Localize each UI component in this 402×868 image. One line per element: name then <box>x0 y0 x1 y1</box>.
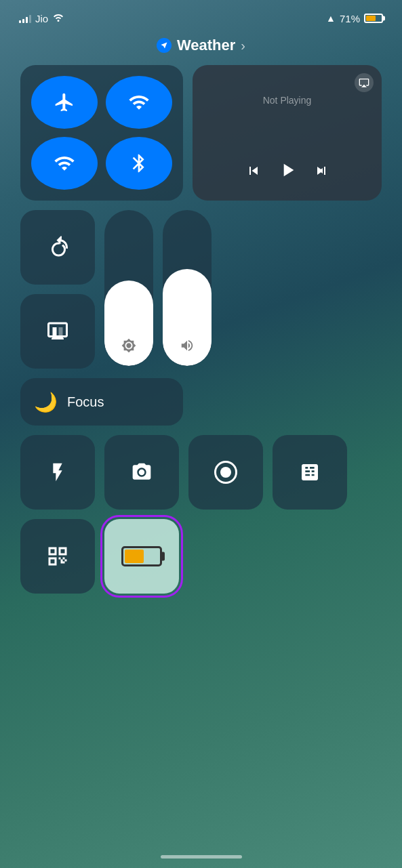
airplane-mode-button[interactable] <box>31 76 98 129</box>
signal-bar-2 <box>22 19 24 23</box>
brightness-icon <box>121 338 136 356</box>
home-indicator <box>161 855 242 859</box>
media-player-widget: Not Playing <box>193 65 382 201</box>
wifi-button[interactable] <box>31 137 98 190</box>
volume-slider[interactable] <box>163 210 212 366</box>
volume-icon <box>180 338 195 356</box>
battery-indicator <box>364 14 383 23</box>
rewind-button[interactable] <box>245 163 262 182</box>
status-left: Jio <box>19 12 64 24</box>
orientation-lock-button[interactable] <box>20 210 95 285</box>
camera-button[interactable] <box>104 435 179 510</box>
low-power-mode-button[interactable] <box>104 519 179 594</box>
flashlight-button[interactable] <box>20 435 95 510</box>
signal-bar-4 <box>29 15 31 23</box>
row-connectivity-media: Not Playing <box>20 65 382 201</box>
airplay-button[interactable] <box>355 73 374 92</box>
connectivity-grid <box>20 65 183 201</box>
signal-bar-3 <box>26 17 28 23</box>
weather-header[interactable]: Weather › <box>0 30 402 65</box>
calculator-button[interactable] <box>273 435 347 510</box>
record-btn-inner <box>214 461 237 484</box>
svg-rect-0 <box>53 327 57 335</box>
location-arrow-badge <box>157 38 172 53</box>
battery-widget-fill <box>125 550 144 563</box>
record-dot <box>220 467 231 478</box>
focus-label: Focus <box>67 394 104 410</box>
carrier-label: Jio <box>35 13 48 24</box>
sliders-area <box>104 210 382 366</box>
wifi-icon <box>52 12 64 24</box>
media-controls <box>202 159 372 191</box>
location-arrow-icon: ▲ <box>326 13 336 24</box>
battery-fill <box>366 16 376 21</box>
signal-bars <box>19 14 31 23</box>
status-right: ▲ 71% <box>326 13 383 24</box>
row-bottom-icons <box>20 435 382 510</box>
signal-bar-1 <box>19 20 21 23</box>
weather-title: Weather <box>177 37 235 54</box>
screen-mirror-button[interactable] <box>20 294 95 369</box>
svg-rect-1 <box>59 327 63 335</box>
bluetooth-button[interactable] <box>106 137 172 190</box>
cellular-button[interactable] <box>106 76 172 129</box>
battery-icon <box>364 14 383 23</box>
forward-button[interactable] <box>313 163 329 182</box>
row-focus: 🌙 Focus <box>20 378 382 426</box>
battery-percent-label: 71% <box>340 13 360 24</box>
row-orientation-sliders <box>20 210 382 369</box>
screen-record-button[interactable] <box>188 435 263 510</box>
brightness-slider[interactable] <box>104 210 153 366</box>
chevron-right-icon: › <box>241 38 245 54</box>
control-center: Not Playing <box>0 65 402 594</box>
status-bar: Jio ▲ 71% <box>0 0 402 30</box>
focus-button[interactable]: 🌙 Focus <box>20 378 183 426</box>
moon-icon: 🌙 <box>34 391 58 413</box>
qr-code-button[interactable] <box>20 519 95 594</box>
row-last <box>20 519 382 594</box>
battery-widget-icon <box>121 546 162 566</box>
not-playing-label: Not Playing <box>202 95 372 106</box>
play-button[interactable] <box>277 159 298 186</box>
